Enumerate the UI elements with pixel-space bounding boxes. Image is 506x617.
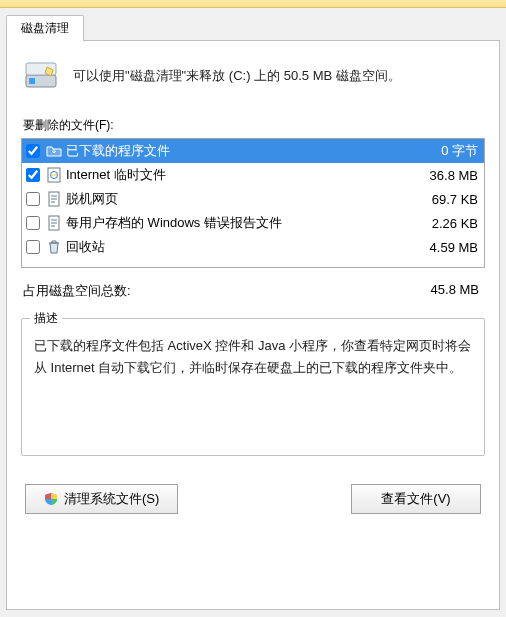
page-icon xyxy=(46,191,62,207)
file-row[interactable]: 已下载的程序文件0 字节 xyxy=(22,139,484,163)
button-row: 清理系统文件(S) 查看文件(V) xyxy=(21,484,485,514)
files-to-delete-label: 要删除的文件(F): xyxy=(23,117,485,134)
files-to-delete-list[interactable]: 已下载的程序文件0 字节Internet 临时文件36.8 MB脱机网页69.7… xyxy=(21,138,485,268)
ie-file-icon xyxy=(46,167,62,183)
file-row-size: 0 字节 xyxy=(408,142,478,160)
total-value: 45.8 MB xyxy=(431,282,479,300)
description-text: 已下载的程序文件包括 ActiveX 控件和 Java 小程序，你查看特定网页时… xyxy=(34,335,472,379)
folder-download-icon xyxy=(46,143,62,159)
intro-text: 可以使用"磁盘清理"来释放 (C:) 上的 50.5 MB 磁盘空间。 xyxy=(73,67,401,85)
total-label: 占用磁盘空间总数: xyxy=(23,282,131,300)
tab-disk-cleanup[interactable]: 磁盘清理 xyxy=(6,15,84,41)
file-row-size: 2.26 KB xyxy=(408,216,478,231)
file-row[interactable]: 脱机网页69.7 KB xyxy=(22,187,484,211)
file-row-name: Internet 临时文件 xyxy=(66,166,404,184)
drive-cleanup-icon xyxy=(25,61,59,91)
file-row[interactable]: 每用户存档的 Windows 错误报告文件2.26 KB xyxy=(22,211,484,235)
svg-rect-1 xyxy=(29,78,35,84)
file-row-name: 脱机网页 xyxy=(66,190,404,208)
file-row[interactable]: 回收站4.59 MB xyxy=(22,235,484,259)
file-row[interactable]: Internet 临时文件36.8 MB xyxy=(22,163,484,187)
tab-label: 磁盘清理 xyxy=(21,21,69,35)
page-icon xyxy=(46,215,62,231)
uac-shield-icon xyxy=(44,492,58,506)
file-row-checkbox[interactable] xyxy=(26,168,40,182)
file-row-checkbox[interactable] xyxy=(26,144,40,158)
tab-strip: 磁盘清理 xyxy=(0,8,506,40)
intro-row: 可以使用"磁盘清理"来释放 (C:) 上的 50.5 MB 磁盘空间。 xyxy=(21,55,485,109)
main-panel: 可以使用"磁盘清理"来释放 (C:) 上的 50.5 MB 磁盘空间。 要删除的… xyxy=(6,40,500,610)
file-row-checkbox[interactable] xyxy=(26,192,40,206)
recycle-bin-icon xyxy=(46,239,62,255)
window-titlebar xyxy=(0,0,506,8)
file-row-name: 已下载的程序文件 xyxy=(66,142,404,160)
description-legend: 描述 xyxy=(30,310,62,327)
file-row-size: 4.59 MB xyxy=(408,240,478,255)
view-files-button[interactable]: 查看文件(V) xyxy=(351,484,481,514)
description-group: 描述 已下载的程序文件包括 ActiveX 控件和 Java 小程序，你查看特定… xyxy=(21,318,485,456)
file-row-checkbox[interactable] xyxy=(26,216,40,230)
file-row-name: 回收站 xyxy=(66,238,404,256)
total-row: 占用磁盘空间总数: 45.8 MB xyxy=(21,268,485,304)
file-row-size: 69.7 KB xyxy=(408,192,478,207)
file-row-size: 36.8 MB xyxy=(408,168,478,183)
view-files-label: 查看文件(V) xyxy=(381,490,450,508)
clean-system-files-button[interactable]: 清理系统文件(S) xyxy=(25,484,178,514)
file-row-name: 每用户存档的 Windows 错误报告文件 xyxy=(66,214,404,232)
file-row-checkbox[interactable] xyxy=(26,240,40,254)
clean-system-files-label: 清理系统文件(S) xyxy=(64,490,159,508)
